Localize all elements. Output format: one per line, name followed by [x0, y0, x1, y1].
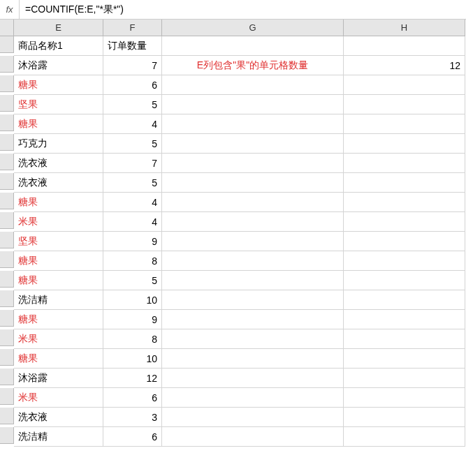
cell[interactable] [162, 310, 344, 329]
cell-name[interactable]: 米果 [14, 329, 103, 349]
row-head[interactable] [0, 173, 14, 190]
row-head[interactable] [0, 290, 14, 307]
cell-name[interactable]: 糖果 [14, 251, 103, 271]
cell[interactable] [162, 329, 344, 349]
cell[interactable] [162, 154, 344, 173]
col-head-g[interactable]: G [162, 20, 344, 36]
row-head[interactable] [0, 95, 14, 112]
cell[interactable] [162, 36, 344, 56]
cell-name[interactable]: 米果 [14, 388, 103, 408]
cell[interactable] [162, 232, 344, 251]
cell-name[interactable]: 洗衣液 [14, 154, 103, 173]
cell-name[interactable]: 坚果 [14, 95, 103, 114]
cell[interactable] [162, 427, 344, 447]
cell-name[interactable]: 糖果 [14, 75, 103, 95]
col-head-h[interactable]: H [344, 20, 465, 36]
cell[interactable] [162, 75, 344, 95]
note-label[interactable]: E列包含"果"的单元格数量 [162, 56, 344, 75]
cell[interactable] [344, 193, 465, 212]
cell-qty[interactable]: 6 [103, 75, 162, 95]
cell-qty[interactable]: 7 [103, 56, 162, 75]
cell-name[interactable]: 洗衣液 [14, 173, 103, 193]
cell-name[interactable]: 洗洁精 [14, 290, 103, 310]
formula-input[interactable] [20, 0, 466, 19]
row-head[interactable] [0, 134, 14, 151]
cell-name[interactable]: 糖果 [14, 349, 103, 369]
cell[interactable] [344, 427, 465, 447]
select-all-corner[interactable] [0, 20, 14, 36]
cell-qty[interactable]: 5 [103, 271, 162, 290]
col-head-e[interactable]: E [14, 20, 103, 36]
row-head[interactable] [0, 408, 14, 424]
cell[interactable] [162, 114, 344, 134]
header-product-name[interactable]: 商品名称1 [14, 36, 103, 56]
cell[interactable] [162, 251, 344, 271]
cell[interactable] [344, 36, 465, 56]
cell[interactable] [344, 232, 465, 251]
cell-name[interactable]: 洗洁精 [14, 427, 103, 447]
row-head[interactable] [0, 349, 14, 366]
cell[interactable] [344, 95, 465, 114]
cell[interactable] [162, 193, 344, 212]
row-head[interactable] [0, 251, 14, 268]
cell[interactable] [162, 349, 344, 369]
row-head[interactable] [0, 114, 14, 131]
cell-qty[interactable]: 6 [103, 388, 162, 408]
cell-qty[interactable]: 5 [103, 134, 162, 154]
cell[interactable] [344, 114, 465, 134]
cell[interactable] [344, 408, 465, 427]
cell-qty[interactable]: 6 [103, 427, 162, 447]
cell[interactable] [162, 173, 344, 193]
cell-qty[interactable]: 4 [103, 212, 162, 232]
cell-name[interactable]: 洗衣液 [14, 408, 103, 427]
cell[interactable] [344, 388, 465, 408]
cell[interactable] [344, 290, 465, 310]
cell[interactable] [344, 271, 465, 290]
cell-name[interactable]: 糖果 [14, 271, 103, 290]
cell-name[interactable]: 糖果 [14, 310, 103, 329]
cell-qty[interactable]: 10 [103, 290, 162, 310]
row-head[interactable] [0, 369, 14, 385]
cell[interactable] [162, 212, 344, 232]
cell-qty[interactable]: 3 [103, 408, 162, 427]
cell[interactable] [162, 95, 344, 114]
cell-qty[interactable]: 12 [103, 369, 162, 388]
row-head[interactable] [0, 193, 14, 209]
cell[interactable] [344, 173, 465, 193]
cell-qty[interactable]: 8 [103, 329, 162, 349]
cell-qty[interactable]: 7 [103, 154, 162, 173]
row-head[interactable] [0, 36, 14, 53]
row-head[interactable] [0, 232, 14, 248]
cell-qty[interactable]: 4 [103, 193, 162, 212]
row-head[interactable] [0, 329, 14, 346]
row-head[interactable] [0, 154, 14, 170]
cell[interactable] [162, 271, 344, 290]
cell-name[interactable]: 糖果 [14, 114, 103, 134]
cell[interactable] [344, 154, 465, 173]
cell-qty[interactable]: 9 [103, 232, 162, 251]
cell-qty[interactable]: 5 [103, 95, 162, 114]
row-head[interactable] [0, 212, 14, 229]
row-head[interactable] [0, 388, 14, 405]
cell[interactable] [162, 408, 344, 427]
cell-qty[interactable]: 9 [103, 310, 162, 329]
cell-qty[interactable]: 10 [103, 349, 162, 369]
note-result[interactable]: 12 [344, 56, 465, 75]
cell-qty[interactable]: 8 [103, 251, 162, 271]
cell[interactable] [344, 134, 465, 154]
cell[interactable] [344, 369, 465, 388]
cell[interactable] [162, 388, 344, 408]
row-head[interactable] [0, 310, 14, 327]
cell[interactable] [162, 134, 344, 154]
row-head[interactable] [0, 56, 14, 73]
cell[interactable] [344, 75, 465, 95]
fx-icon[interactable]: fx [0, 0, 20, 19]
row-head[interactable] [0, 271, 14, 288]
row-head[interactable] [0, 427, 14, 444]
cell[interactable] [162, 290, 344, 310]
cell-name[interactable]: 沐浴露 [14, 56, 103, 75]
cell-name[interactable]: 巧克力 [14, 134, 103, 154]
col-head-f[interactable]: F [103, 20, 162, 36]
cell[interactable] [344, 251, 465, 271]
cell-name[interactable]: 糖果 [14, 193, 103, 212]
